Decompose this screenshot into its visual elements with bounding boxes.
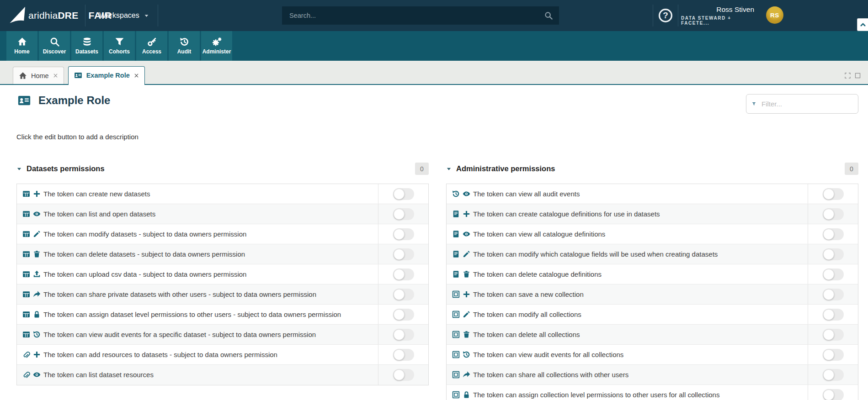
divider (85, 5, 85, 26)
permission-row: The token can view audit events for all … (447, 345, 858, 365)
collapse-header-button[interactable] (857, 18, 868, 31)
caret-down-icon[interactable] (446, 166, 452, 172)
tab-strip: HomeExample Role (13, 66, 145, 84)
toggle-cell (378, 204, 428, 224)
nav-item-administer[interactable]: Administer (201, 31, 232, 61)
toggle-switch[interactable] (823, 248, 844, 260)
nav-item-access[interactable]: Access (136, 31, 167, 61)
toggle-cell (378, 244, 428, 264)
collection-icon (452, 351, 460, 358)
toggle-switch[interactable] (823, 389, 844, 400)
book-icon (452, 270, 460, 278)
collection-icon (452, 290, 460, 298)
sail-logo-icon (7, 5, 27, 26)
toggle-switch[interactable] (393, 309, 414, 321)
user-menu[interactable]: Ross Stiven DATA STEWARD + FACETE... (681, 0, 754, 31)
toggle-switch[interactable] (393, 208, 414, 220)
close-icon[interactable] (134, 73, 139, 78)
toggle-switch[interactable] (393, 268, 414, 280)
search-input[interactable] (282, 6, 559, 25)
permission-text: The token can add resources to datasets … (17, 345, 378, 364)
workspaces-menu[interactable]: Workspaces (93, 0, 155, 31)
toggle-knob (823, 389, 834, 400)
permission-row: The token can upload csv data - subject … (17, 264, 428, 284)
table-icon (22, 311, 30, 318)
fullscreen-icon[interactable] (845, 73, 851, 79)
tab-label: Example Role (86, 72, 130, 79)
help-icon[interactable] (658, 8, 673, 23)
toggle-knob (394, 329, 405, 340)
toggle-knob (823, 329, 834, 340)
filter-input[interactable] (761, 100, 852, 108)
toggle-switch[interactable] (393, 349, 414, 361)
history-icon (180, 37, 189, 47)
permission-text: The token can share all collections with… (447, 365, 808, 384)
share-icon (463, 371, 470, 379)
nav-item-label: Administer (202, 48, 231, 55)
user-role: DATA STEWARD + FACETE... (681, 16, 754, 26)
toggle-switch[interactable] (393, 289, 414, 300)
permission-row: The token can view audit events for a sp… (17, 325, 428, 345)
search-icon[interactable] (544, 11, 553, 20)
nav-item-datasets[interactable]: Datasets (71, 31, 102, 61)
tab-label: Home (31, 72, 49, 79)
nav-item-audit[interactable]: Audit (169, 31, 200, 61)
toggle-switch[interactable] (823, 289, 844, 300)
permission-text: The token can modify which catalogue fie… (447, 244, 808, 264)
toggle-cell (378, 184, 428, 204)
toggle-knob (394, 209, 405, 220)
home-icon (17, 37, 27, 47)
nav-item-label: Datasets (75, 48, 98, 55)
toggle-switch[interactable] (393, 188, 414, 200)
book-icon (452, 230, 460, 238)
toggle-switch[interactable] (823, 309, 844, 321)
history-icon (452, 190, 460, 198)
window-icon[interactable] (855, 73, 861, 79)
toggle-cell (378, 345, 428, 364)
toggle-knob (394, 189, 405, 200)
pencil-icon (33, 230, 41, 238)
toggle-switch[interactable] (823, 369, 844, 381)
section-title: Datasets permissions (27, 164, 105, 173)
nav-item-label: Cohorts (109, 48, 130, 55)
funnel-icon (752, 100, 756, 108)
toggle-switch[interactable] (393, 369, 414, 381)
nav-item-label: Home (14, 48, 29, 55)
tab-example-role[interactable]: Example Role (68, 66, 145, 85)
section-header-datasets: Datasets permissions 0 (16, 163, 429, 175)
chevron-up-icon (860, 21, 866, 28)
table-icon (22, 210, 30, 218)
eye-icon (463, 190, 470, 198)
filter-box (746, 94, 858, 114)
table-icon (22, 290, 30, 298)
toggle-switch[interactable] (823, 188, 844, 200)
toggle-cell (378, 224, 428, 244)
permission-text: The token can upload csv data - subject … (17, 264, 378, 284)
toggle-switch[interactable] (823, 228, 844, 240)
toggle-switch[interactable] (823, 268, 844, 280)
page-title: Example Role (38, 94, 110, 107)
nav-item-home[interactable]: Home (6, 31, 37, 61)
divider (678, 5, 678, 26)
top-bar: aridhiaDRE FAIR Workspaces Ross Stiven D… (0, 0, 868, 31)
toggle-switch[interactable] (823, 208, 844, 220)
tab-home[interactable]: Home (13, 67, 64, 84)
tab-strip-tools (845, 73, 861, 79)
chevron-down-icon (144, 13, 149, 18)
toggle-switch[interactable] (393, 228, 414, 240)
toggle-switch[interactable] (393, 329, 414, 341)
toggle-knob (823, 189, 834, 200)
nav-item-discover[interactable]: Discover (39, 31, 70, 61)
nav-item-cohorts[interactable]: Cohorts (104, 31, 135, 61)
permission-row: The token can modify datasets - subject … (17, 224, 428, 244)
permission-row: The token can save a new collection (447, 284, 858, 305)
toggle-switch[interactable] (823, 329, 844, 341)
permission-text: The token can delete all collections (447, 325, 808, 344)
close-icon[interactable] (53, 73, 58, 78)
avatar[interactable]: RS (766, 6, 783, 24)
permission-text: The token can assign dataset level permi… (17, 305, 378, 324)
toggle-switch[interactable] (823, 349, 844, 361)
caret-down-icon[interactable] (16, 166, 22, 172)
toggle-switch[interactable] (393, 248, 414, 260)
toggle-knob (823, 229, 834, 240)
